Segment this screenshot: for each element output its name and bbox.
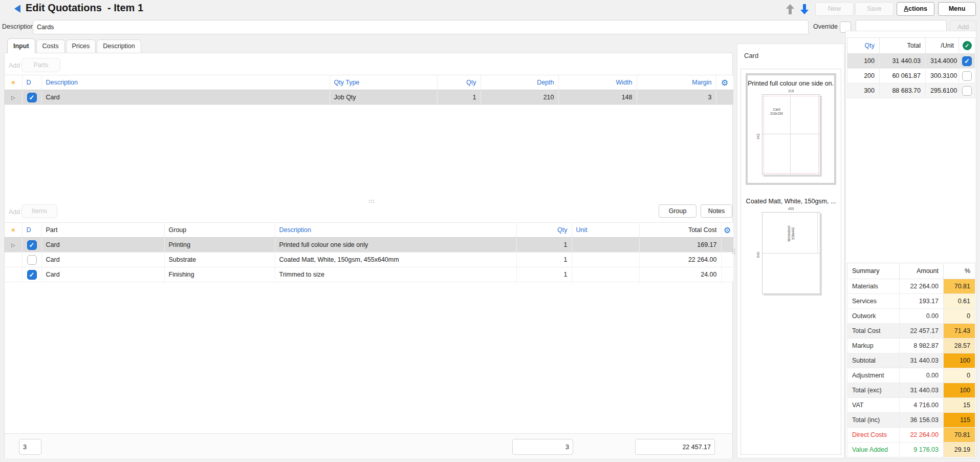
items-header-description[interactable]: Description [275, 223, 516, 238]
menu-button[interactable]: Menu [938, 2, 976, 16]
add-items-button[interactable]: Items [21, 204, 57, 218]
summary-row-amount: 31 440.03 [900, 353, 944, 368]
qty-per-unit-value: 300.3100 [926, 69, 959, 83]
total-qty-input[interactable] [512, 439, 573, 455]
parts-row[interactable]: ▷ Card Job Qty 1 210 148 3 [5, 90, 733, 105]
summary-row-amount: 9 176.03 [900, 443, 944, 457]
expand-row-icon[interactable]: ▷ [11, 242, 15, 248]
per-unit-header[interactable]: /Unit [926, 38, 959, 54]
items-header-total-cost[interactable]: Total Cost [639, 223, 721, 238]
summary-row-percent: 100 [944, 383, 975, 398]
item-part-cell: Card [41, 267, 164, 282]
summary-row: Direct Costs 22 264.00 70.81 [847, 428, 975, 443]
thumbnail-title: Printed full colour one side on... [748, 75, 834, 87]
item-row[interactable]: ▷ Card Printing Printed full colour one … [5, 238, 733, 253]
summary-row-amount: 22 264.00 [900, 279, 944, 294]
cost-summary-grid: Summary Amount % Materials 22 264.00 70.… [847, 263, 975, 457]
item-active-checkbox[interactable] [27, 240, 37, 250]
qty-select-checkbox[interactable] [962, 71, 972, 81]
parts-header-qty[interactable]: Qty [437, 75, 481, 90]
qty-value: 200 [847, 69, 880, 83]
summary-header: Summary [847, 263, 900, 279]
qty-value: 300 [847, 83, 880, 98]
description-input[interactable] [33, 20, 809, 34]
tab-input[interactable]: Input [7, 38, 35, 53]
pricing-panel: Qty Total /Unit 100 31 440.03 314.4000 2… [845, 31, 976, 458]
group-button[interactable]: Group [659, 204, 696, 218]
parts-header-description[interactable]: Description [41, 75, 330, 90]
gear-icon[interactable]: ⚙ [721, 78, 728, 87]
summary-row-amount: 193.17 [900, 294, 944, 309]
qty-row[interactable]: 100 31 440.03 314.4000 [847, 54, 975, 69]
totals-footer [5, 433, 732, 458]
item-description-cell: Trimmed to size [275, 267, 516, 282]
item-total-cost-cell: 22 264.00 [639, 253, 721, 267]
new-button[interactable]: New [815, 2, 854, 16]
actions-button[interactable]: Actions [897, 2, 934, 16]
items-header-unit[interactable]: Unit [572, 223, 639, 238]
save-button[interactable]: Save [855, 2, 894, 16]
qty-row[interactable]: 200 60 061.87 300.3100 [847, 69, 975, 83]
item-count-input[interactable] [19, 439, 41, 455]
total-cost-input[interactable] [635, 439, 715, 455]
part-width-cell: 148 [558, 90, 637, 105]
items-header-group[interactable]: Group [164, 223, 275, 238]
part-active-checkbox[interactable] [27, 93, 37, 102]
tab-prices[interactable]: Prices [66, 39, 96, 53]
item-part-cell: Card [41, 238, 164, 253]
summary-row-percent: 28.57 [944, 339, 975, 353]
panel-splitter-handle[interactable] [732, 249, 735, 254]
parts-header-depth[interactable]: Depth [481, 75, 558, 90]
tab-costs[interactable]: Costs [36, 39, 65, 53]
item-row[interactable]: Card Finishing Trimmed to size 1 24.00 [5, 267, 733, 282]
summary-row-amount: 31 440.03 [900, 383, 944, 398]
parts-header-margin[interactable]: Margin [637, 75, 716, 90]
next-item-button[interactable] [798, 3, 811, 16]
summary-row: Total (inc) 36 156.03 115 [847, 413, 975, 428]
preview-thumbnail-printing[interactable]: Printed full colour one side on... 318 4… [746, 73, 836, 185]
parts-header-d[interactable]: D [22, 75, 41, 90]
grid-splitter-handle[interactable] [369, 200, 374, 203]
expand-row-icon[interactable]: ▷ [11, 95, 15, 100]
item-qty-cell: 1 [516, 238, 572, 253]
part-margin-cell: 3 [637, 90, 716, 105]
part-description-cell: Card [41, 90, 330, 105]
summary-row-percent: 115 [944, 413, 975, 428]
summary-row-label: Outwork [847, 309, 900, 324]
part-depth-cell: 210 [481, 90, 558, 105]
qty-per-unit-value: 314.4000 [926, 54, 959, 69]
tab-description[interactable]: Description [97, 39, 141, 53]
preview-panel: Card Printed full colour one side on... … [737, 44, 844, 458]
total-header[interactable]: Total [880, 38, 926, 54]
back-icon[interactable] [14, 5, 20, 13]
items-header-d[interactable]: D [22, 223, 41, 238]
parts-header-width[interactable]: Width [558, 75, 637, 90]
qty-select-checkbox[interactable] [962, 86, 972, 96]
add-parts-button[interactable]: Parts [21, 58, 60, 72]
gear-icon[interactable]: ⚙ [724, 226, 731, 235]
summary-row-percent: 0.61 [944, 294, 975, 309]
notes-button[interactable]: Notes [701, 204, 732, 218]
item-qty-cell: 1 [516, 253, 572, 267]
item-row[interactable]: Card Substrate Coated Matt, White, 150gs… [5, 253, 733, 267]
preview-thumbnail-list: Printed full colour one side on... 318 4… [741, 69, 841, 455]
summary-row-label: Adjustment [847, 368, 900, 383]
sun-icon[interactable]: ☀ [10, 226, 16, 234]
previous-item-button[interactable] [784, 3, 796, 16]
item-active-checkbox[interactable] [27, 255, 37, 265]
preview-thumbnail-substrate[interactable]: Coated Matt, White, 150gsm, ... 455 640 … [746, 193, 836, 305]
summary-row-amount: 8 982.87 [900, 339, 944, 353]
item-active-checkbox[interactable] [27, 270, 37, 280]
sheet-width-label: 318 [763, 89, 820, 93]
part-qty-type-cell: Job Qty [330, 90, 437, 105]
items-header-qty[interactable]: Qty [516, 223, 572, 238]
description-label: Description [2, 23, 34, 30]
items-header-part[interactable]: Part [41, 223, 164, 238]
qty-select-checkbox[interactable] [962, 56, 972, 66]
sun-icon[interactable]: ☀ [10, 79, 16, 87]
summary-row-label: Markup [847, 339, 900, 353]
parts-header-qty-type[interactable]: Qty Type [330, 75, 437, 90]
qty-row[interactable]: 300 88 683.70 295.6100 [847, 83, 975, 98]
check-circle-icon[interactable] [963, 41, 972, 50]
qty-header[interactable]: Qty [847, 38, 880, 54]
